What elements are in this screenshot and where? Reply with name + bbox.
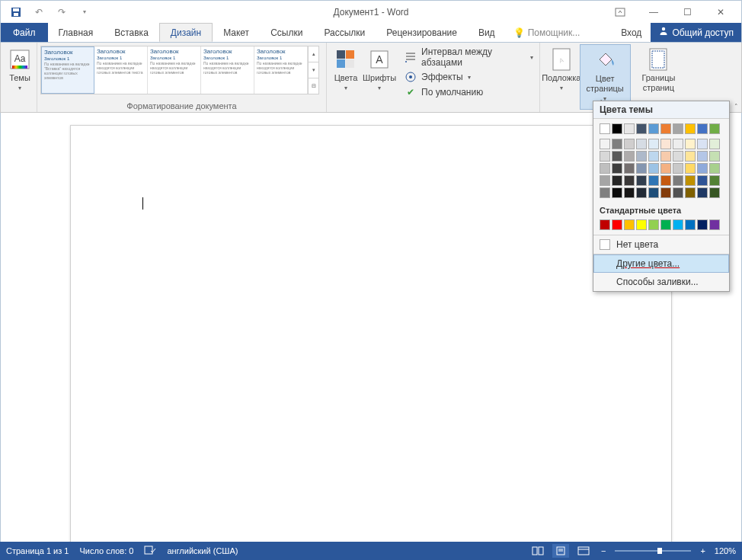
color-swatch[interactable]: [624, 123, 635, 134]
color-swatch[interactable]: [600, 187, 610, 198]
color-swatch[interactable]: [709, 139, 720, 149]
file-tab[interactable]: Файл: [1, 23, 48, 42]
color-swatch[interactable]: [636, 163, 647, 174]
themes-button[interactable]: Aa Темы ▾: [4, 44, 36, 110]
color-swatch[interactable]: [660, 187, 671, 198]
no-color-item[interactable]: Нет цвета: [593, 235, 729, 254]
print-layout-icon[interactable]: [552, 544, 569, 558]
share-button[interactable]: Общий доступ: [651, 23, 741, 42]
color-swatch[interactable]: [673, 123, 683, 134]
tab-design[interactable]: Дизайн: [159, 23, 213, 42]
color-swatch[interactable]: [697, 123, 708, 134]
color-swatch[interactable]: [697, 175, 708, 186]
style-gallery[interactable]: ЗаголовокЗаголовок 1По названием на вкла…: [40, 46, 319, 94]
zoom-in-icon[interactable]: +: [697, 546, 708, 555]
color-swatch[interactable]: [660, 219, 671, 230]
color-swatch[interactable]: [612, 175, 622, 186]
color-swatch[interactable]: [660, 163, 671, 174]
color-swatch[interactable]: [600, 163, 610, 174]
color-swatch[interactable]: [685, 123, 696, 134]
color-swatch[interactable]: [612, 139, 622, 149]
style-item[interactable]: ЗаголовокЗаголовок 1По названием на вкла…: [254, 46, 308, 94]
set-default-button[interactable]: ✔ По умолчанию: [401, 85, 536, 99]
color-swatch[interactable]: [636, 139, 647, 149]
color-swatch[interactable]: [673, 219, 683, 230]
color-swatch[interactable]: [685, 187, 696, 198]
color-swatch[interactable]: [624, 163, 635, 174]
spellcheck-icon[interactable]: [144, 545, 156, 557]
color-swatch[interactable]: [697, 151, 708, 162]
color-swatch[interactable]: [648, 123, 659, 134]
color-swatch[interactable]: [709, 187, 720, 198]
color-swatch[interactable]: [624, 219, 635, 230]
tell-me-search[interactable]: 💡 Помощник...: [506, 23, 588, 42]
maximize-button[interactable]: ☐: [673, 4, 702, 21]
color-swatch[interactable]: [673, 187, 683, 198]
word-count[interactable]: Число слов: 0: [79, 546, 133, 555]
ribbon-display-icon[interactable]: [606, 4, 635, 21]
color-swatch[interactable]: [600, 151, 610, 162]
color-swatch[interactable]: [660, 175, 671, 186]
zoom-out-icon[interactable]: −: [598, 546, 609, 555]
color-swatch[interactable]: [709, 151, 720, 162]
page[interactable]: [70, 125, 672, 560]
language-indicator[interactable]: английский (США): [167, 546, 238, 555]
effects-button[interactable]: Эффекты ▾: [401, 70, 536, 84]
zoom-thumb[interactable]: [657, 548, 662, 554]
color-swatch[interactable]: [636, 175, 647, 186]
color-swatch[interactable]: [612, 151, 622, 162]
save-icon[interactable]: [8, 5, 24, 20]
color-swatch[interactable]: [660, 139, 671, 149]
zoom-slider[interactable]: [615, 550, 691, 552]
color-swatch[interactable]: [697, 139, 708, 149]
color-swatch[interactable]: [648, 187, 659, 198]
color-swatch[interactable]: [636, 219, 647, 230]
gallery-more-icon[interactable]: ⊟: [309, 78, 318, 94]
color-swatch[interactable]: [624, 187, 635, 198]
color-swatch[interactable]: [673, 151, 683, 162]
color-swatch[interactable]: [636, 123, 647, 134]
color-swatch[interactable]: [624, 151, 635, 162]
watermark-button[interactable]: A Подложка ▾: [543, 44, 580, 110]
color-swatch[interactable]: [685, 219, 696, 230]
fonts-button[interactable]: A Шрифты ▾: [363, 44, 395, 110]
color-swatch[interactable]: [648, 175, 659, 186]
tab-mailings[interactable]: Рассылки: [313, 23, 376, 42]
color-swatch[interactable]: [673, 139, 683, 149]
close-button[interactable]: ✕: [706, 4, 735, 21]
color-swatch[interactable]: [709, 163, 720, 174]
tab-home[interactable]: Главная: [48, 23, 104, 42]
style-item[interactable]: ЗаголовокЗаголовок 1По названием на вкла…: [94, 46, 148, 94]
color-swatch[interactable]: [709, 123, 720, 134]
color-swatch[interactable]: [685, 175, 696, 186]
tab-insert[interactable]: Вставка: [104, 23, 159, 42]
color-swatch[interactable]: [648, 219, 659, 230]
color-swatch[interactable]: [600, 139, 610, 149]
style-item[interactable]: ЗаголовокЗаголовок 1По названием на вкла…: [148, 46, 201, 94]
color-swatch[interactable]: [660, 151, 671, 162]
color-swatch[interactable]: [624, 175, 635, 186]
redo-icon[interactable]: ↷: [54, 5, 69, 20]
color-swatch[interactable]: [636, 151, 647, 162]
undo-icon[interactable]: ↶: [31, 5, 46, 20]
color-swatch[interactable]: [685, 163, 696, 174]
gallery-down-icon[interactable]: ▾: [309, 62, 318, 78]
page-indicator[interactable]: Страница 1 из 1: [6, 546, 69, 555]
color-swatch[interactable]: [600, 175, 610, 186]
minimize-button[interactable]: —: [639, 4, 668, 21]
color-swatch[interactable]: [612, 219, 622, 230]
tab-layout[interactable]: Макет: [213, 23, 260, 42]
color-swatch[interactable]: [697, 187, 708, 198]
paragraph-spacing-button[interactable]: Интервал между абзацами ▾: [401, 46, 536, 69]
color-swatch[interactable]: [697, 219, 708, 230]
web-layout-icon[interactable]: [575, 544, 592, 558]
tab-review[interactable]: Рецензирование: [376, 23, 468, 42]
color-swatch[interactable]: [612, 123, 622, 134]
style-item[interactable]: ЗаголовокЗаголовок 1По названием на вкла…: [201, 46, 254, 94]
color-swatch[interactable]: [600, 219, 610, 230]
color-swatch[interactable]: [648, 163, 659, 174]
more-colors-item[interactable]: Другие цвета...: [593, 254, 729, 273]
color-swatch[interactable]: [673, 163, 683, 174]
color-swatch[interactable]: [612, 163, 622, 174]
color-swatch[interactable]: [612, 187, 622, 198]
